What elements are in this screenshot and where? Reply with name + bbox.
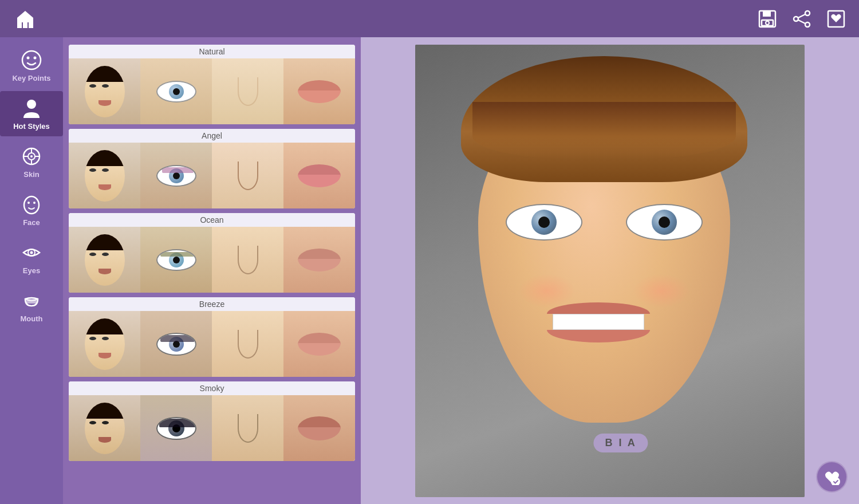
style-eye-thumb-natural bbox=[140, 58, 212, 124]
style-title-natural: Natural bbox=[69, 45, 355, 58]
sidebar-label-key-points: Key Points bbox=[12, 74, 50, 82]
svg-point-12 bbox=[27, 57, 30, 60]
sidebar-item-hot-styles[interactable]: Hot Styles bbox=[0, 91, 63, 136]
style-face-thumb-angel bbox=[69, 143, 140, 208]
sidebar-item-skin[interactable]: Skin bbox=[0, 139, 63, 184]
pupil-right bbox=[659, 216, 670, 228]
style-lips-thumb-smoky bbox=[283, 395, 355, 461]
sidebar-label-eyes: Eyes bbox=[23, 266, 40, 275]
svg-rect-0 bbox=[23, 22, 27, 28]
svg-rect-2 bbox=[763, 11, 771, 17]
mouth-teeth bbox=[553, 314, 644, 330]
style-row-natural[interactable]: Natural bbox=[69, 45, 355, 124]
save-button[interactable] bbox=[756, 7, 779, 30]
eye-right bbox=[627, 205, 702, 239]
sidebar-item-key-points[interactable]: Key Points bbox=[0, 43, 63, 88]
style-nose-thumb-ocean bbox=[212, 227, 283, 293]
mouth-lower bbox=[547, 330, 650, 342]
style-face-thumb-breeze bbox=[69, 311, 140, 377]
svg-point-7 bbox=[805, 22, 810, 27]
share-button[interactable] bbox=[790, 7, 813, 30]
top-bar bbox=[0, 0, 859, 37]
style-row-angel[interactable]: Angel bbox=[69, 129, 355, 208]
style-title-smoky: Smoky bbox=[69, 381, 355, 395]
style-title-angel: Angel bbox=[69, 129, 355, 143]
face-icon bbox=[20, 193, 43, 216]
photo-panel: B I A bbox=[361, 37, 859, 504]
sidebar: Key Points Hot Styles bbox=[0, 37, 63, 504]
style-images-smoky bbox=[69, 395, 355, 461]
person-icon bbox=[20, 97, 43, 120]
style-images-angel bbox=[69, 143, 355, 208]
svg-point-22 bbox=[24, 196, 39, 214]
svg-point-14 bbox=[27, 100, 36, 109]
mouth-upper bbox=[547, 302, 650, 314]
favorite-button[interactable] bbox=[825, 7, 848, 30]
sidebar-item-face[interactable]: Face bbox=[0, 187, 63, 233]
svg-point-4 bbox=[766, 21, 769, 25]
smiley-icon bbox=[20, 49, 43, 72]
style-row-ocean[interactable]: Ocean bbox=[69, 213, 355, 293]
style-eye-thumb-breeze bbox=[140, 311, 212, 377]
style-images-breeze bbox=[69, 311, 355, 377]
svg-point-23 bbox=[27, 202, 30, 204]
style-images-natural bbox=[69, 58, 355, 124]
style-eye-thumb-smoky bbox=[140, 395, 212, 461]
svg-line-8 bbox=[798, 14, 805, 18]
styles-panel: Natural bbox=[63, 37, 361, 504]
photo-area bbox=[415, 45, 805, 497]
eye-left bbox=[507, 205, 581, 239]
photo-mouth bbox=[541, 302, 656, 342]
sidebar-label-face: Face bbox=[23, 218, 40, 227]
home-button[interactable] bbox=[11, 5, 39, 33]
svg-point-24 bbox=[33, 202, 36, 204]
sidebar-label-hot-styles: Hot Styles bbox=[13, 122, 50, 131]
style-row-breeze[interactable]: Breeze bbox=[69, 297, 355, 377]
style-images-ocean bbox=[69, 227, 355, 293]
heart-favorite-button[interactable] bbox=[816, 461, 848, 493]
svg-point-26 bbox=[30, 251, 33, 254]
skin-icon bbox=[20, 145, 43, 168]
sidebar-label-mouth: Mouth bbox=[21, 314, 43, 323]
style-nose-thumb-smoky bbox=[212, 395, 283, 461]
bia-badge: B I A bbox=[593, 434, 648, 452]
mouth-icon bbox=[20, 289, 43, 312]
style-nose-thumb-breeze bbox=[212, 311, 283, 377]
sidebar-item-mouth[interactable]: Mouth bbox=[0, 284, 63, 329]
svg-point-17 bbox=[30, 155, 33, 158]
style-face-thumb-natural bbox=[69, 58, 140, 124]
pupil-left bbox=[538, 216, 550, 228]
svg-point-6 bbox=[794, 17, 798, 21]
svg-point-11 bbox=[22, 51, 41, 69]
style-eye-thumb-angel bbox=[140, 143, 212, 208]
svg-rect-27 bbox=[26, 299, 37, 304]
style-lips-thumb-ocean bbox=[283, 227, 355, 293]
style-title-ocean: Ocean bbox=[69, 213, 355, 227]
style-lips-thumb-natural bbox=[283, 58, 355, 124]
style-nose-thumb-natural bbox=[212, 58, 283, 124]
top-bar-right bbox=[756, 7, 848, 30]
style-face-thumb-ocean bbox=[69, 227, 140, 293]
main-content: Key Points Hot Styles bbox=[0, 37, 859, 504]
top-bar-left bbox=[11, 5, 39, 33]
style-title-breeze: Breeze bbox=[69, 297, 355, 311]
svg-point-5 bbox=[805, 11, 810, 15]
style-nose-thumb-angel bbox=[212, 143, 283, 208]
svg-line-9 bbox=[798, 20, 805, 23]
style-lips-thumb-breeze bbox=[283, 311, 355, 377]
sidebar-label-skin: Skin bbox=[23, 170, 39, 179]
eyes-area bbox=[507, 205, 702, 251]
style-lips-thumb-angel bbox=[283, 143, 355, 208]
face-container bbox=[450, 56, 770, 480]
hair-bangs bbox=[472, 102, 736, 159]
sidebar-item-eyes[interactable]: Eyes bbox=[0, 235, 63, 281]
eyes-icon bbox=[20, 241, 43, 264]
style-face-thumb-smoky bbox=[69, 395, 140, 461]
style-row-smoky[interactable]: Smoky bbox=[69, 381, 355, 461]
style-eye-thumb-ocean bbox=[140, 227, 212, 293]
svg-point-13 bbox=[34, 57, 37, 60]
